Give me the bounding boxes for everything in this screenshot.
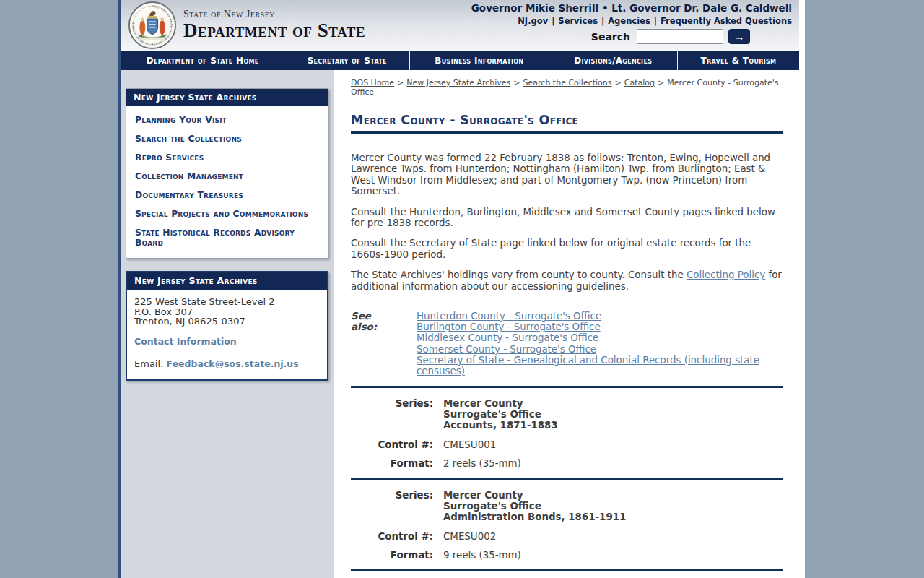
paragraph: Consult the Secretary of State page link…	[351, 238, 783, 260]
breadcrumb-separator: >	[612, 78, 624, 87]
see-also-link-somerset[interactable]: Somerset County - Surrogate's Office	[417, 344, 783, 355]
series-value: Mercer County Surrogate's Office Adminis…	[443, 490, 626, 522]
contact-body: 225 West State Street-Level 2 P.O. Box 3…	[127, 290, 327, 379]
archives-menu: Planning Your Visit Search the Collectio…	[126, 106, 328, 258]
address-line: Trenton, NJ 08625-0307	[134, 316, 320, 327]
link-agencies[interactable]: Agencies	[608, 16, 650, 26]
series-line: Surrogate's Office	[443, 501, 626, 512]
contact-box-title: New Jersey State Archives	[127, 272, 327, 290]
search-button[interactable]: →	[728, 29, 750, 44]
sidebar-item-search-the-collections[interactable]: Search the Collections	[126, 129, 328, 148]
sidebar-item-documentary-treasures[interactable]: Documentary Treasures	[126, 186, 328, 204]
search-label: Search	[591, 31, 630, 43]
main-content: DOS Home>New Jersey State Archives>Searc…	[334, 70, 805, 578]
sidebar-item-collection-management[interactable]: Collection Management	[126, 167, 328, 186]
nav-department-of-state-home[interactable]: Department of State Home	[121, 51, 284, 70]
see-also-link-hunterdon[interactable]: Hunterdon County - Surrogate's Office	[417, 311, 783, 322]
paragraph: Consult the Hunterdon, Burlington, Middl…	[351, 207, 783, 229]
site-container: THE GREAT SEAL OF THE STATE OF NEW JERSE…	[118, 0, 805, 578]
nav-business-information[interactable]: Business Information	[409, 51, 548, 70]
breadcrumb-dos-home[interactable]: DOS Home	[351, 78, 394, 87]
see-also-link-burlington[interactable]: Burlington County - Surrogate's Office	[417, 322, 783, 332]
sidebar-item-shrab[interactable]: State Historical Records Advisory Board	[126, 223, 328, 252]
series-row: Series: Mercer County Surrogate's Office…	[351, 490, 783, 522]
contact-box: New Jersey State Archives 225 West State…	[126, 271, 328, 381]
see-also-link-secretary-of-state[interactable]: Secretary of State - Genealogical and Co…	[417, 355, 783, 376]
series-line: Surrogate's Office	[443, 409, 558, 420]
control-label: Control #:	[351, 439, 433, 450]
record-cmesu002: Series: Mercer County Surrogate's Office…	[351, 480, 783, 569]
series-label: Series:	[351, 398, 433, 431]
link-services[interactable]: Services	[558, 16, 598, 26]
separator: |	[650, 16, 661, 26]
sidebar-item-special-projects[interactable]: Special Projects and Commemorations	[126, 204, 328, 223]
see-also-label: See also:	[351, 311, 396, 376]
control-row: Control #: CMESU001	[351, 439, 783, 450]
nav-divisions-agencies[interactable]: Divisions/Agencies	[549, 51, 677, 70]
separator: |	[598, 16, 608, 26]
series-line: Mercer County	[443, 490, 626, 501]
email-label: Email:	[134, 358, 167, 369]
paragraph-text: The State Archives' holdings vary from c…	[351, 269, 687, 280]
breadcrumb-catalog[interactable]: Catalog	[624, 78, 655, 87]
series-line: Accounts, 1871-1883	[443, 420, 558, 431]
series-label: Series:	[351, 490, 433, 522]
record-cmesu001: Series: Mercer County Surrogate's Office…	[351, 388, 783, 478]
logo: State of New Jersey Department of State	[183, 9, 365, 40]
title-rule	[351, 131, 783, 134]
archives-menu-title: New Jersey State Archives	[126, 89, 328, 106]
quick-links: NJ.gov|Services|Agencies|Frequently Aske…	[471, 16, 792, 26]
email-row: Email: Feedback@sos.state.nj.us	[134, 358, 320, 369]
control-label: Control #:	[351, 531, 433, 542]
intro-paragraphs: Mercer County was formed 22 February 183…	[351, 152, 783, 292]
format-row: Format: 2 reels (35-mm)	[351, 458, 783, 469]
logo-dept-line: Department of State	[183, 20, 365, 40]
page-title: Mercer County - Surrogate's Office	[351, 113, 783, 127]
breadcrumb-search-collections[interactable]: Search the Collections	[523, 78, 612, 87]
archives-menu-box: New Jersey State Archives Planning Your …	[126, 88, 328, 259]
collecting-policy-link[interactable]: Collecting Policy	[687, 269, 765, 280]
format-value: 9 reels (35-mm)	[443, 550, 521, 561]
paragraph: The State Archives' holdings vary from c…	[351, 269, 783, 292]
main-nav: Department of State Home Secretary of St…	[121, 51, 799, 70]
email-link[interactable]: Feedback@sos.state.nj.us	[167, 358, 299, 369]
series-row: Series: Mercer County Surrogate's Office…	[351, 398, 783, 431]
link-faq[interactable]: Frequently Asked Questions	[661, 16, 792, 26]
format-value: 2 reels (35-mm)	[443, 458, 521, 469]
paragraph: Mercer County was formed 22 February 183…	[351, 152, 783, 197]
control-row: Control #: CMESU002	[351, 531, 783, 542]
header-right: Governor Mikie Sherrill • Lt. Governor D…	[471, 2, 792, 44]
series-line: Mercer County	[443, 398, 558, 409]
address-line: 225 West State Street-Level 2	[134, 297, 320, 307]
format-row: Format: 9 reels (35-mm)	[351, 550, 783, 561]
search-go-icon: →	[734, 31, 745, 42]
sidebar-item-repro-services[interactable]: Repro Services	[126, 148, 328, 167]
format-label: Format:	[351, 550, 433, 561]
sidebar-item-planning-your-visit[interactable]: Planning Your Visit	[126, 111, 328, 129]
address-line: P.O. Box 307	[134, 307, 320, 317]
search-bar: Search →	[471, 29, 750, 44]
see-also-links: Hunterdon County - Surrogate's Office Bu…	[417, 311, 783, 376]
nav-secretary-of-state[interactable]: Secretary of State	[284, 51, 409, 70]
breadcrumb-separator: >	[510, 78, 523, 87]
control-value: CMESU001	[443, 439, 496, 450]
format-label: Format:	[351, 458, 433, 469]
separator: |	[548, 16, 558, 26]
breadcrumb-separator: >	[394, 78, 406, 87]
breadcrumb-separator: >	[655, 78, 667, 87]
see-also-link-middlesex[interactable]: Middlesex County - Surrogate's Office	[417, 332, 783, 343]
logo-state-line: State of New Jersey	[183, 9, 365, 20]
address: 225 West State Street-Level 2 P.O. Box 3…	[134, 297, 320, 327]
contact-information-link[interactable]: Contact Information	[134, 336, 237, 347]
nav-travel-tourism[interactable]: Travel & Tourism	[677, 51, 799, 70]
record-appointments: Series: Mercer County Surrogate's Office…	[351, 571, 783, 578]
breadcrumb-state-archives[interactable]: New Jersey State Archives	[406, 78, 510, 87]
link-njgov[interactable]: NJ.gov	[518, 16, 548, 26]
content-row: New Jersey State Archives Planning Your …	[121, 70, 805, 578]
site-header: THE GREAT SEAL OF THE STATE OF NEW JERSE…	[121, 0, 799, 51]
search-input[interactable]	[637, 29, 723, 44]
governor-line: Governor Mikie Sherrill • Lt. Governor D…	[471, 2, 792, 14]
control-value: CMESU002	[443, 531, 496, 542]
nj-state-seal: THE GREAT SEAL OF THE STATE OF NEW JERSE…	[128, 1, 176, 49]
breadcrumb: DOS Home>New Jersey State Archives>Searc…	[351, 78, 783, 97]
